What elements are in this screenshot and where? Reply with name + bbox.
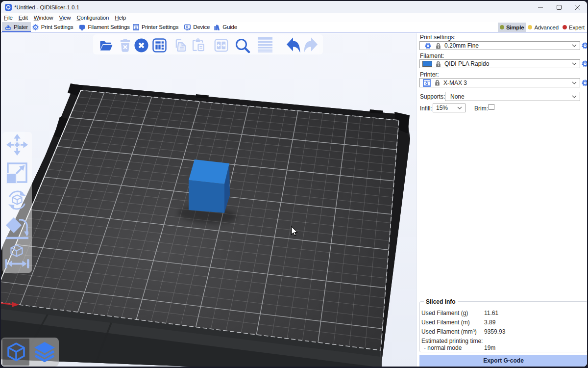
menu-bar: File Edit Window View Configuration Help — [1, 13, 587, 22]
tab-filament-settings[interactable]: Filament Settings — [76, 22, 132, 32]
sliced-info-title: Sliced Info — [424, 298, 458, 305]
chevron-down-icon — [572, 81, 577, 84]
menu-edit[interactable]: Edit — [16, 15, 31, 21]
mode-switcher: Simple Advanced Expert — [498, 22, 587, 32]
open-file-icon[interactable] — [99, 38, 113, 53]
measure-tool-icon[interactable] — [5, 244, 29, 269]
sliced-info-row-label: - normal mode — [424, 344, 462, 351]
place-on-face-tool-icon[interactable] — [6, 217, 28, 239]
filament-preset-value: QIDI PLA Rapido — [444, 60, 489, 67]
app-window: *Untitled - QIDISlicer-1.0.1 File Edit W… — [1, 1, 587, 367]
tab-guide[interactable]: Guide — [211, 22, 240, 32]
printer-settings-icon — [133, 24, 139, 30]
print-preset-value: 0.20mm Fine — [444, 42, 479, 49]
tab-print-settings[interactable]: Print Settings — [29, 22, 76, 32]
scale-tool-icon[interactable] — [6, 161, 28, 184]
simple-mode-dot — [500, 25, 504, 29]
viewport-3d[interactable] — [1, 33, 416, 367]
redo-icon[interactable] — [303, 37, 318, 53]
filament-combo[interactable]: QIDI PLA Rapido — [419, 59, 580, 68]
infill-combo[interactable]: 15% — [433, 104, 466, 112]
tab-bar: Plater Print Settings Filament Settings … — [1, 22, 587, 32]
preview-view-layers-icon — [33, 341, 56, 364]
supports-value: None — [450, 93, 465, 100]
split-objects-icon[interactable] — [214, 38, 228, 53]
sliced-info-row-value: 19m — [484, 344, 495, 351]
menu-view[interactable]: View — [56, 15, 74, 21]
app-logo-icon — [5, 4, 12, 11]
chevron-down-icon — [572, 44, 577, 47]
chevron-down-icon — [457, 106, 462, 109]
title-bar: *Untitled - QIDISlicer-1.0.1 — [1, 1, 587, 13]
print-settings-combo[interactable]: 0.20mm Fine — [419, 41, 580, 50]
menu-window[interactable]: Window — [31, 15, 56, 21]
preview-view-button[interactable] — [31, 339, 58, 366]
advanced-mode-dot — [528, 25, 532, 29]
close-button[interactable] — [568, 1, 587, 13]
printer-combo[interactable]: X-MAX 3 — [419, 78, 580, 87]
sliced-info-row-label: Used Filament (mm³) — [421, 328, 477, 335]
printer-label: Printer: — [420, 71, 439, 78]
menu-configuration[interactable]: Configuration — [74, 15, 112, 21]
lock-icon — [435, 79, 440, 86]
editor-view-cube-icon — [5, 342, 27, 363]
editor-view-button[interactable] — [2, 339, 29, 366]
printer-preset-value: X-MAX 3 — [443, 79, 467, 86]
arrange-icon[interactable] — [152, 38, 167, 53]
view-toggle — [1, 338, 59, 367]
bed-scene — [1, 33, 416, 367]
lock-icon — [436, 43, 441, 49]
filament-settings-icon — [79, 24, 85, 30]
brim-checkbox[interactable] — [489, 104, 494, 110]
rotate-tool-icon[interactable] — [6, 189, 28, 211]
device-icon — [184, 24, 191, 30]
mode-simple[interactable]: Simple — [498, 23, 526, 32]
printer-settings-gear-button[interactable] — [582, 79, 587, 86]
print-settings-label: Print settings: — [420, 34, 456, 41]
maximize-button[interactable] — [550, 1, 568, 13]
filament-color-swatch — [422, 61, 432, 67]
window-title: *Untitled - QIDISlicer-1.0.1 — [14, 4, 79, 10]
delete-all-icon[interactable] — [134, 38, 148, 53]
tab-printer-settings[interactable]: Printer Settings — [130, 22, 181, 32]
sliced-info-row-value: 11.61 — [484, 310, 498, 316]
sliced-info-row-label: Estimated printing time: — [421, 338, 483, 344]
brim-label: Brim: — [474, 105, 488, 112]
copy-icon[interactable] — [173, 38, 188, 53]
sliced-info-row-label: Used Filament (m) — [421, 319, 470, 326]
left-toolbar — [2, 132, 32, 273]
export-gcode-button[interactable]: Export G-code — [419, 355, 587, 367]
supports-combo[interactable]: None — [445, 92, 580, 101]
printer-icon — [423, 79, 431, 87]
tab-plater[interactable]: Plater — [2, 22, 31, 32]
paste-icon[interactable] — [191, 38, 205, 53]
plater-icon — [5, 24, 11, 30]
filament-label: Filament: — [420, 53, 444, 59]
mode-expert[interactable]: Expert — [561, 23, 587, 32]
chevron-down-icon — [572, 95, 577, 98]
filament-settings-gear-button[interactable] — [582, 60, 587, 67]
tab-device[interactable]: Device — [181, 22, 213, 32]
expert-mode-dot — [563, 25, 567, 29]
sidebar: Print settings: 0.20mm Fine Filament: QI… — [416, 33, 587, 367]
infill-value: 15% — [436, 105, 448, 111]
chevron-down-icon — [572, 62, 577, 65]
model-cube[interactable] — [189, 159, 230, 213]
menu-help[interactable]: Help — [112, 15, 129, 21]
print-settings-gear-button[interactable] — [582, 42, 587, 49]
lock-icon — [436, 61, 441, 67]
print-profile-gear-icon — [425, 43, 431, 49]
print-settings-icon — [32, 24, 39, 30]
minimize-button[interactable] — [531, 1, 550, 13]
move-tool-icon[interactable] — [6, 133, 28, 156]
menu-file[interactable]: File — [1, 15, 16, 21]
guide-icon — [214, 24, 220, 30]
search-icon[interactable] — [235, 38, 250, 54]
delete-icon[interactable] — [118, 38, 132, 53]
mode-advanced[interactable]: Advanced — [526, 23, 561, 32]
undo-icon[interactable] — [286, 37, 301, 53]
variable-layer-height-icon[interactable] — [257, 37, 273, 53]
sliced-info-row-value: 3.89 — [484, 319, 495, 326]
sliced-info-row-label: Used Filament (g) — [421, 310, 468, 316]
sliced-info-row-value: 9359.93 — [484, 328, 505, 335]
